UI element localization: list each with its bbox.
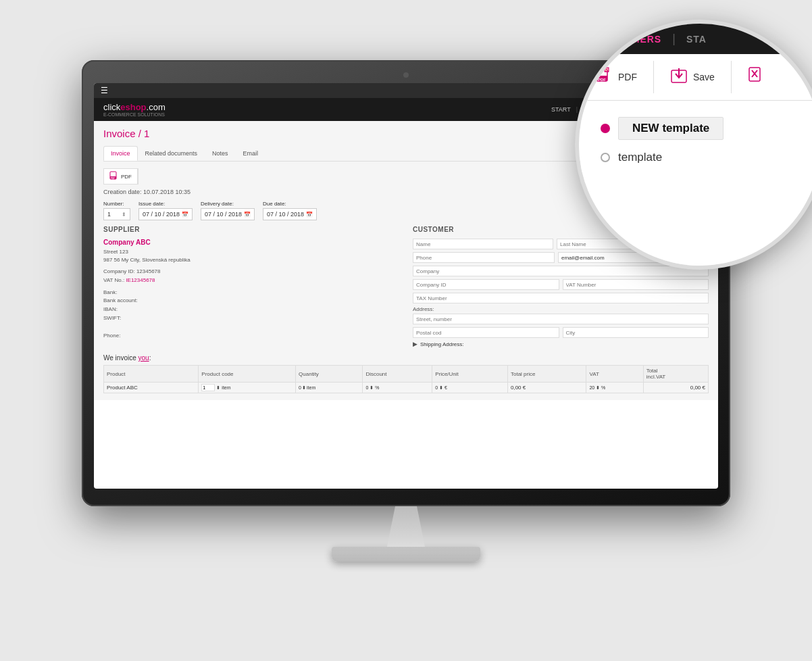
supplier-city: 987 56 My City, Slovenská republika [103, 256, 399, 264]
circle-template-new-label: NEW template [618, 117, 724, 140]
invoice-text: We invoice you: [103, 354, 709, 362]
supplier-company: Company ABC [103, 239, 399, 246]
col-total-vat: Totalincl.VAT [643, 366, 708, 383]
customer-vat-input[interactable] [563, 279, 709, 290]
number-label: Number: [103, 201, 130, 207]
hamburger-icon[interactable]: ☰ [101, 86, 108, 95]
circle-close-icon [748, 66, 765, 88]
circle-option-normal[interactable]: template [601, 145, 799, 170]
customer-street-row [413, 314, 709, 324]
delivery-date-value: 07 / 10 / 2018 [205, 211, 242, 218]
circle-date-area: ate: 1 [579, 239, 812, 266]
circle-pdf-icon: PDF [595, 66, 613, 88]
circle-radio-unselected [601, 153, 610, 162]
row-unit: item [222, 385, 230, 390]
circle-nav-stat[interactable]: STA [686, 34, 707, 45]
form-group-delivery-date: Delivery date: 07 / 10 / 2018 📅 [201, 201, 255, 220]
customer-postal-input[interactable] [413, 327, 559, 338]
row-quantity-input[interactable] [201, 384, 215, 391]
circle-template-options: NEW template template [579, 101, 812, 239]
customer-tax-row [413, 293, 709, 303]
circle-close-button[interactable] [732, 61, 782, 93]
supplier-company-id: Company ID: 12345678 VAT No.: IE12345678 [103, 268, 399, 285]
magnify-circle: CUSTOMERS | STA PDF [575, 20, 812, 270]
logo: clickeshop.com E-COMMERCE SOLUTIONS [103, 102, 166, 117]
address-label: Address: [413, 306, 709, 312]
monitor-wrap: CUSTOMERS | STA PDF [68, 60, 744, 601]
customer-company-row [413, 266, 709, 276]
bank-account-label: Bank account: [103, 297, 138, 303]
pdf-icon: PDF [109, 171, 119, 182]
form-group-number: Number: 1 ⬍ [103, 201, 130, 220]
delivery-date-calendar-icon: 📅 [244, 212, 251, 218]
pdf-button[interactable]: PDF PDF [104, 169, 138, 184]
nav-start[interactable]: START [551, 106, 571, 113]
company-id-value: 12345678 [136, 268, 161, 274]
circle-save-button[interactable]: Save [654, 61, 732, 93]
invoice-you: you [138, 354, 149, 362]
customer-company-input[interactable] [413, 266, 709, 276]
circle-date-text: ate: [595, 245, 609, 254]
shipping-label: Shipping Address: [420, 341, 464, 347]
due-date-input[interactable]: 07 / 10 / 2018 📅 [263, 208, 317, 220]
issue-date-calendar-icon: 📅 [182, 212, 188, 218]
supplier-section: SUPPLIER Company ABC Street 123 987 56 M… [103, 226, 399, 347]
swift-label: SWIFT: [103, 315, 121, 321]
phone-label: Phone: [103, 333, 120, 339]
monitor-neck [379, 506, 433, 547]
col-price: Price/Unit [432, 366, 508, 383]
supplier-title: SUPPLIER [103, 226, 399, 233]
tab-notes[interactable]: Notes [205, 146, 236, 161]
logo-eshop: eshop [120, 102, 146, 112]
bank-label: Bank: [103, 289, 117, 295]
col-product: Product [104, 366, 199, 383]
circle-pdf-button[interactable]: PDF PDF [579, 61, 654, 93]
col-total: Total price [508, 366, 586, 383]
form-group-issue-date: Issue date: 07 / 10 / 2018 📅 [138, 201, 193, 220]
row-code: ⬍ item [199, 383, 296, 393]
circle-save-icon [670, 66, 688, 88]
pdf-label: PDF [121, 174, 132, 180]
company-id-label: Company ID: [103, 268, 135, 274]
due-date-calendar-icon: 📅 [306, 212, 313, 218]
circle-save-label: Save [693, 72, 715, 82]
row-price: 0 ⬍ € [432, 383, 508, 393]
tab-related-documents[interactable]: Related documents [138, 146, 205, 161]
number-spinner-icon: ⬍ [122, 212, 126, 218]
row-total: 0,00 € [508, 383, 586, 393]
customer-phone-input[interactable] [413, 252, 555, 263]
vat-label: VAT No.: [103, 277, 124, 283]
row-total-vat: 0,00 € [643, 383, 708, 393]
magnify-inner: CUSTOMERS | STA PDF [579, 24, 812, 266]
logo-sub: E-COMMERCE SOLUTIONS [103, 112, 166, 117]
shipping-address-toggle[interactable]: ▶ Shipping Address: [413, 341, 709, 347]
tab-email[interactable]: Email [236, 146, 266, 161]
top-bar-left: ☰ [101, 86, 108, 95]
col-vat: VAT [586, 366, 643, 383]
customer-city-input[interactable] [563, 327, 709, 338]
monitor-camera-dot [403, 72, 409, 78]
circle-template-normal-label: template [618, 151, 662, 164]
customer-city-row [413, 327, 709, 338]
table-row: Product ABC ⬍ item [104, 383, 709, 393]
logo-com: .com [147, 102, 166, 112]
number-input[interactable]: 1 ⬍ [103, 208, 130, 220]
customer-tax-input[interactable] [413, 293, 709, 303]
number-value: 1 [107, 211, 111, 218]
customer-companyid-input[interactable] [413, 279, 559, 290]
tab-invoice[interactable]: Invoice [103, 146, 138, 161]
circle-toolbar: PDF PDF Save [579, 54, 812, 101]
logo-click: click [103, 102, 120, 112]
delivery-date-label: Delivery date: [201, 201, 255, 207]
customer-street-input[interactable] [413, 314, 709, 324]
customer-name-input[interactable] [413, 239, 553, 249]
due-date-value: 07 / 10 / 2018 [267, 211, 304, 218]
delivery-date-input[interactable]: 07 / 10 / 2018 📅 [201, 208, 255, 220]
supplier-bank-info: Bank: Bank account: IBAN: SWIFT: Phone: [103, 289, 399, 341]
col-code: Product code [199, 366, 296, 383]
row-vat: 20 ⬍ % [586, 383, 643, 393]
vat-value: IE12345678 [126, 277, 155, 283]
circle-option-new[interactable]: NEW template [601, 112, 799, 145]
issue-date-input[interactable]: 07 / 10 / 2018 📅 [138, 208, 193, 220]
circle-nav-customers[interactable]: CUSTOMERS [595, 34, 661, 45]
